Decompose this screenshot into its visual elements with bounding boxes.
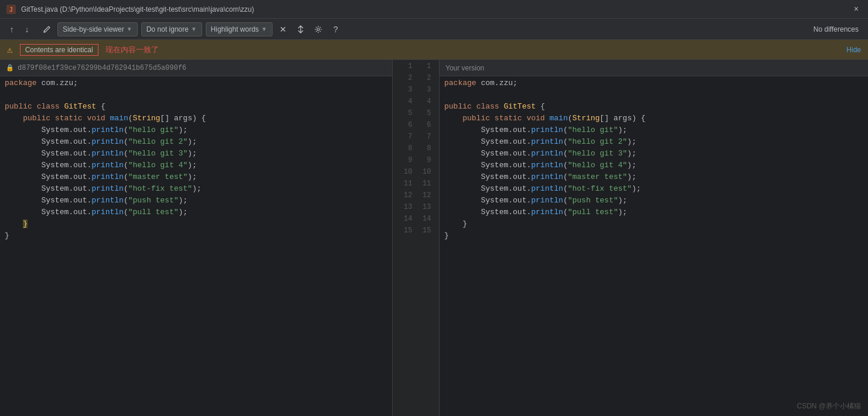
left-line-3: public class GitTest { [0,102,392,111]
nav-arrows: ↑ ↓ [5,22,34,36]
right-line-9: System.out.println("master test"); [440,173,868,181]
your-version-label: Your version [445,64,484,72]
table-row: System.out.println("push test"); [0,196,392,208]
table-row: System.out.println("hello git 3"); [0,149,392,161]
table-row [0,90,392,102]
table-row [440,90,868,102]
table-row: public class GitTest { [440,102,868,114]
gutter-line-14: 14 14 [393,215,439,226]
line-number-gutter: 1 1 2 2 3 3 4 4 5 5 6 6 7 7 8 8 [393,60,440,416]
gutter-line-15: 15 15 [393,226,439,238]
right-line-1: package com.zzu; [440,79,868,87]
highlight-label: Highlight words [211,25,259,33]
table-row: } [440,219,868,231]
svg-text:J: J [9,6,13,13]
table-row: System.out.println("hello git 4"); [0,161,392,173]
svg-point-2 [317,28,319,31]
right-line-7: System.out.println("hello git 3"); [440,149,868,158]
close-diff-button[interactable]: ✕ [276,22,290,36]
left-line-10: System.out.println("hot-fix test"); [0,184,392,193]
warning-icon: ⚠ [7,44,13,56]
app-icon: J [6,4,16,15]
pencil-icon-button[interactable] [40,22,54,36]
table-row: System.out.println("hello git 4"); [440,161,868,173]
right-panel: Your version package com.zzu; public cla… [440,60,868,416]
gutter-line-1: 1 1 [393,62,439,74]
table-row [0,243,392,255]
left-line-9: System.out.println("master test"); [0,173,392,181]
table-row: } [0,231,392,243]
gutter-line-11: 11 11 [393,180,439,191]
viewer-dropdown[interactable]: Side-by-side viewer ▼ [57,22,138,36]
ignore-label: Do not ignore [147,25,189,33]
table-row: package com.zzu; [440,79,868,90]
ignore-dropdown[interactable]: Do not ignore ▼ [141,22,202,36]
banner: ⚠ Contents are identical 现在内容一致了 Hide [0,40,868,60]
right-code-area[interactable]: package com.zzu; public class GitTest { … [440,76,868,416]
right-line-2 [440,90,868,99]
nav-down-button[interactable]: ↓ [20,22,34,36]
table-row: System.out.println("pull test"); [0,208,392,219]
right-panel-header: Your version [440,60,868,76]
right-line-14: } [440,231,868,240]
highlight-dropdown[interactable]: Highlight words ▼ [206,22,273,36]
gutter-line-2: 2 2 [393,74,439,86]
left-line-4: public static void main(String[] args) { [0,114,392,123]
left-line-14: } [0,231,392,240]
gutter-line-10: 10 10 [393,168,439,180]
table-row: System.out.println("pull test"); [440,208,868,219]
table-row: } [0,219,392,231]
right-line-13: } [440,219,868,228]
title-bar-left: J GitTest.java (D:\Python\IdeaProjects\g… [6,4,254,15]
table-row: System.out.println("hello git"); [440,126,868,137]
title-bar: J GitTest.java (D:\Python\IdeaProjects\g… [0,0,868,19]
right-line-10: System.out.println("hot-fix test"); [440,184,868,193]
left-line-11: System.out.println("push test"); [0,196,392,205]
settings-button[interactable] [311,22,325,36]
gutter-line-13: 13 13 [393,203,439,215]
gutter-line-12: 12 12 [393,191,439,203]
table-row: System.out.println("hot-fix test"); [0,184,392,196]
viewer-chevron: ▼ [127,26,132,32]
right-line-5: System.out.println("hello git"); [440,126,868,134]
nav-up-button[interactable]: ↑ [5,22,19,36]
window-title: GitTest.java (D:\Python\IdeaProjects\git… [21,5,254,13]
table-row: public static void main(String[] args) { [440,114,868,126]
left-line-7: System.out.println("hello git 3"); [0,149,392,158]
contents-identical-label: Contents are identical [25,46,93,54]
table-row: public class GitTest { [0,102,392,114]
left-line-12: System.out.println("pull test"); [0,208,392,217]
gutter-line-4: 4 4 [393,97,439,109]
table-row: System.out.println("master test"); [440,173,868,184]
table-row: System.out.println("push test"); [440,196,868,208]
right-line-15 [440,243,868,252]
left-line-13: } [0,219,392,228]
table-row: package com.zzu; [0,79,392,90]
gutter-line-5: 5 5 [393,109,439,121]
gutter-line-6: 6 6 [393,121,439,133]
help-button[interactable]: ? [329,22,343,36]
table-row: System.out.println("hello git 2"); [0,137,392,149]
banner-message: 现在内容一致了 [105,45,159,55]
table-row: public static void main(String[] args) { [0,114,392,126]
right-line-4: public static void main(String[] args) { [440,114,868,123]
sync-scroll-button[interactable] [294,22,308,36]
gutter-line-3: 3 3 [393,86,439,97]
contents-identical-box: Contents are identical [20,44,98,56]
left-line-1: package com.zzu; [0,79,392,87]
highlight-chevron: ▼ [261,26,267,32]
left-panel-header: 🔒 d879f08e1f39ce76299b4d762941b675d5a090… [0,60,392,76]
table-row: System.out.println("master test"); [0,173,392,184]
left-line-6: System.out.println("hello git 2"); [0,137,392,146]
right-line-8: System.out.println("hello git 4"); [440,161,868,170]
gutter-line-7: 7 7 [393,133,439,144]
table-row: System.out.println("hello git 3"); [440,149,868,161]
left-code-area[interactable]: package com.zzu; public class GitTest { … [0,76,392,416]
right-line-6: System.out.println("hello git 2"); [440,137,868,146]
hide-button[interactable]: Hide [846,46,861,54]
right-line-11: System.out.println("push test"); [440,196,868,205]
close-button[interactable]: × [850,4,862,15]
table-row: System.out.println("hello git"); [0,126,392,137]
table-row: System.out.println("hot-fix test"); [440,184,868,196]
gutter-line-9: 9 9 [393,156,439,168]
